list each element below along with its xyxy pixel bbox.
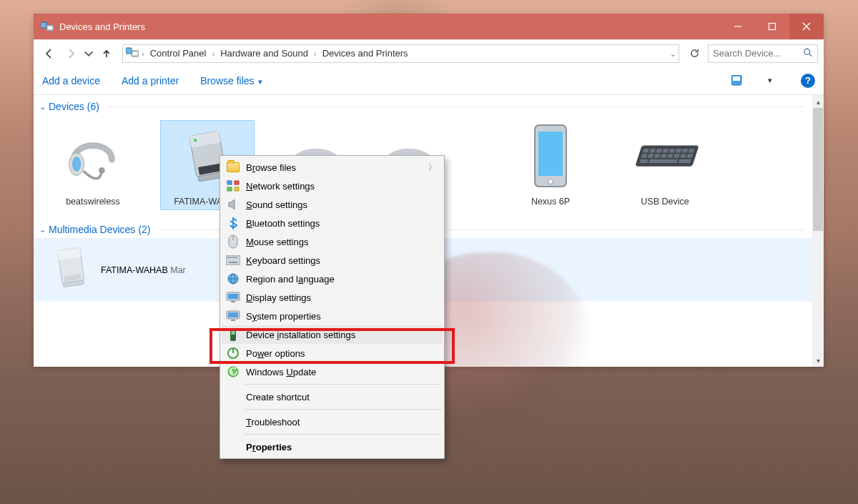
scrollbar-thumb[interactable]	[813, 108, 823, 231]
chevron-right-icon[interactable]: ›	[314, 49, 317, 58]
sound-icon	[226, 197, 240, 212]
context-menu-label: Region and language	[246, 274, 335, 285]
context-menu-item[interactable]: Properties	[222, 438, 443, 456]
svg-rect-52	[235, 187, 239, 191]
svg-rect-49	[227, 181, 232, 184]
svg-rect-56	[227, 257, 229, 258]
bluetooth-icon	[226, 216, 240, 230]
help-button[interactable]: ?	[801, 74, 815, 88]
svg-rect-7	[126, 48, 132, 54]
view-options-button[interactable]	[731, 73, 746, 89]
context-menu: Browse files〉Network settingsSound setti…	[220, 155, 445, 459]
devices-printers-icon	[126, 46, 139, 60]
forward-button[interactable]	[61, 44, 81, 64]
region-icon	[226, 272, 240, 286]
devices-count: (6)	[87, 101, 99, 112]
context-menu-item[interactable]: Mouse settings	[222, 232, 443, 251]
context-menu-item[interactable]: Power options	[222, 344, 443, 362]
add-printer-button[interactable]: Add a printer	[122, 75, 179, 87]
context-menu-item[interactable]: System properties	[222, 307, 443, 325]
context-menu-item[interactable]: Create shortcut	[222, 387, 443, 406]
svg-rect-0	[41, 22, 46, 28]
context-menu-label: Mouse settings	[246, 237, 308, 247]
context-menu-label: Display settings	[246, 292, 311, 303]
svg-rect-42	[639, 159, 649, 163]
recent-locations-button[interactable]	[82, 44, 95, 64]
svg-rect-4	[769, 24, 776, 30]
display-icon	[226, 290, 240, 305]
browse-files-button[interactable]: Browse files ▾	[200, 75, 262, 87]
chevron-right-icon[interactable]: ›	[142, 49, 144, 58]
context-menu-label: Troubleshoot	[246, 417, 300, 428]
close-button[interactable]	[789, 14, 824, 39]
breadcrumb-hardware-sound[interactable]: Hardware and Sound	[217, 48, 311, 59]
nav-bar: › Control Panel › Hardware and Sound › D…	[34, 39, 824, 66]
caret-down-icon[interactable]: ▾	[768, 76, 772, 85]
device-label: USB Device	[638, 197, 691, 209]
devinstall-icon	[226, 327, 240, 342]
context-menu-item[interactable]: Bluetooth settings	[222, 214, 443, 232]
context-menu-item[interactable]: Windows Update	[222, 362, 443, 381]
scroll-down-icon[interactable]: ▾	[812, 354, 824, 367]
chevron-down-icon: ⌄	[39, 102, 46, 112]
device-item[interactable]: USB Device	[618, 121, 711, 209]
address-dropdown-icon[interactable]: ⌄	[670, 49, 676, 57]
svg-rect-70	[231, 320, 235, 321]
title-bar[interactable]: Devices and Printers	[34, 14, 824, 39]
context-menu-label: Bluetooth settings	[246, 218, 320, 229]
chevron-right-icon[interactable]: ›	[212, 49, 214, 58]
context-menu-item[interactable]: Display settings	[222, 288, 443, 307]
device-label: beatswireless	[63, 197, 123, 209]
svg-point-15	[72, 157, 81, 172]
refresh-button[interactable]	[685, 44, 704, 63]
minimize-button[interactable]	[721, 14, 755, 39]
context-menu-item[interactable]: Region and language	[222, 270, 443, 288]
device-label: Nexus 6P	[528, 197, 573, 209]
context-menu-item[interactable]: Troubleshoot	[222, 412, 443, 431]
computer-tower-icon	[51, 244, 91, 296]
context-menu-label: System properties	[246, 311, 321, 322]
chevron-right-icon: 〉	[428, 162, 437, 174]
context-menu-label: Keyboard settings	[246, 255, 320, 266]
update-icon	[226, 365, 240, 379]
search-box[interactable]	[708, 44, 818, 63]
svg-rect-69	[228, 312, 238, 317]
context-menu-item[interactable]: Network settings	[222, 177, 443, 195]
maximize-button[interactable]	[755, 14, 789, 39]
breadcrumb-control-panel[interactable]: Control Panel	[147, 48, 209, 59]
divider	[108, 107, 804, 107]
back-button[interactable]	[39, 44, 59, 64]
context-menu-item[interactable]: Keyboard settings	[222, 251, 443, 270]
context-menu-item[interactable]: Device installation settings	[222, 325, 443, 344]
up-button[interactable]	[97, 44, 117, 64]
device-item[interactable]: beatswireless	[46, 121, 139, 209]
context-menu-label: Sound settings	[246, 199, 307, 210]
add-device-button[interactable]: Add a device	[42, 75, 100, 87]
browse-files-label: Browse files	[200, 75, 254, 87]
svg-point-10	[804, 49, 810, 54]
svg-rect-43	[649, 159, 679, 163]
svg-point-24	[548, 179, 553, 184]
address-bar[interactable]: › Control Panel › Hardware and Sound › D…	[122, 44, 679, 63]
scroll-up-icon[interactable]: ▴	[812, 95, 824, 108]
svg-rect-58	[232, 257, 233, 258]
device-item[interactable]: Nexus 6P	[504, 121, 597, 209]
devices-title: Devices	[49, 101, 84, 112]
svg-rect-51	[227, 187, 232, 191]
mm-name: FATIMA-WAHAB	[101, 265, 168, 275]
breadcrumb-devices-printers[interactable]: Devices and Printers	[320, 48, 411, 59]
headset-icon	[57, 121, 129, 192]
context-menu-label: Browse files	[246, 162, 296, 173]
svg-rect-72	[232, 330, 235, 335]
keyboard-icon	[226, 253, 240, 267]
context-menu-separator	[245, 384, 441, 385]
svg-point-16	[99, 167, 105, 174]
search-icon[interactable]	[803, 47, 813, 59]
context-menu-item[interactable]: Browse files〉	[222, 158, 443, 177]
devices-section-header[interactable]: ⌄ Devices (6)	[34, 95, 824, 115]
scrollbar-track[interactable]: ▴ ▾	[812, 95, 824, 367]
keyboard-icon	[629, 121, 701, 192]
context-menu-item[interactable]: Sound settings	[222, 195, 443, 214]
search-input[interactable]	[713, 48, 813, 59]
devices-printers-icon	[41, 21, 54, 32]
